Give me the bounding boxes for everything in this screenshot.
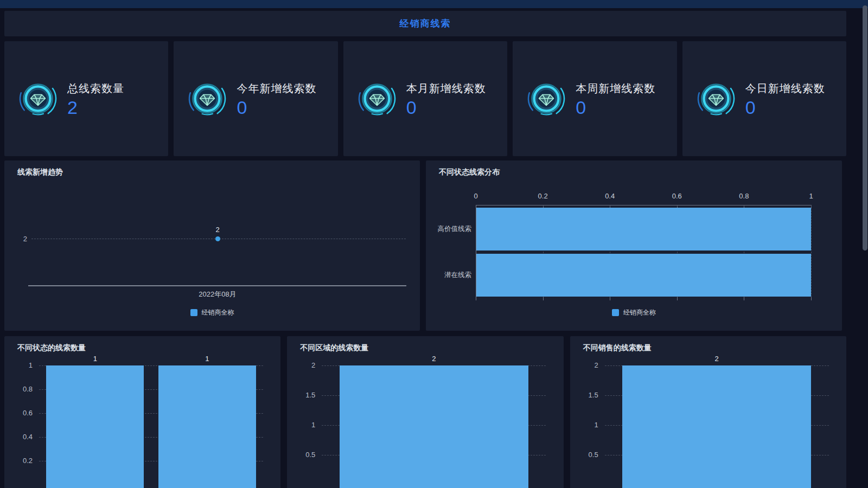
x-tick-label: 0.8 <box>727 192 760 200</box>
kpi-value: 0 <box>576 98 655 117</box>
data-point[interactable] <box>215 236 220 241</box>
y-category-label: 潜在线索 <box>426 271 471 280</box>
x-tick-label: 0.6 <box>661 192 693 200</box>
y-tick-label: 1 <box>287 421 315 429</box>
chart-legend[interactable]: 经销商全称 <box>426 308 842 317</box>
x-gridline <box>811 205 812 297</box>
x-tick-mark <box>811 297 812 300</box>
diamond-icon-svg <box>697 79 736 118</box>
bar-value-label: 2 <box>700 355 733 363</box>
kpi-card-week-new-leads: 本周新增线索数 0 <box>513 41 676 156</box>
bar-value-label: 1 <box>79 355 111 363</box>
x-tick-label: 1 <box>795 192 827 200</box>
diamond-icon-svg <box>188 79 227 118</box>
kpi-value: 2 <box>67 98 124 117</box>
kpi-label: 总线索数量 <box>67 81 124 96</box>
y-tick-label: 0.5 <box>570 451 598 459</box>
chart-canvas: 222022年08月 <box>4 160 420 331</box>
chart-status-count: 不同状态的线索数量 10.80.60.40.211 <box>4 336 280 488</box>
bar[interactable] <box>158 365 256 488</box>
y-tick-label: 2 <box>570 361 598 369</box>
kpi-label: 本月新增线索数 <box>406 81 486 96</box>
bar[interactable] <box>476 208 811 251</box>
y-tick-label: 0.5 <box>287 451 315 459</box>
kpi-card-month-new-leads: 本月新增线索数 0 <box>343 41 507 156</box>
chart-title: 线索新增趋势 <box>17 168 63 177</box>
bar[interactable] <box>476 254 811 297</box>
chart-title: 不同状态的线索数量 <box>17 343 86 353</box>
y-tick-label: 1.5 <box>570 391 598 399</box>
chart-title: 不同区域的线索数量 <box>300 343 368 353</box>
x-tick-label: 0 <box>459 192 492 200</box>
diamond-icon-svg <box>18 79 58 118</box>
chart-canvas: 21.510.52 <box>287 336 563 488</box>
y-tick-label: 1 <box>570 421 598 429</box>
kpi-label: 今日新增线索数 <box>745 81 825 96</box>
kpi-value: 0 <box>406 98 486 117</box>
y-tick-label: 0.8 <box>4 385 33 393</box>
diamond-icon <box>188 79 227 118</box>
dashboard-content: 经销商线索 总线索数量 2 今年新增线索数 0 本月新增线索数 0 <box>4 11 846 488</box>
kpi-label: 今年新增线索数 <box>237 81 316 96</box>
x-tick-mark <box>744 297 744 300</box>
kpi-card-year-new-leads: 今年新增线索数 0 <box>174 41 337 156</box>
scrollbar-thumb[interactable] <box>863 5 867 251</box>
x-tick-label: 0.4 <box>593 192 626 200</box>
diamond-icon <box>18 79 58 118</box>
y-tick-label: 2 <box>4 235 27 243</box>
legend-swatch-icon[interactable] <box>190 309 197 316</box>
diamond-icon <box>527 79 566 118</box>
y-tick-label: 1 <box>4 361 33 369</box>
y-tick-label: 0.4 <box>4 433 33 441</box>
charts-row-middle: 线索新增趋势 222022年08月 经销商全称 不同状态线索分布 00.20.4… <box>4 160 846 331</box>
kpi-card-total-leads: 总线索数量 2 <box>4 41 168 156</box>
bar[interactable] <box>622 365 811 488</box>
chart-title: 不同销售的线索数量 <box>583 343 652 353</box>
bar[interactable] <box>340 365 528 488</box>
data-point-label: 2 <box>207 226 228 234</box>
x-tick-mark <box>677 297 678 300</box>
kpi-card-today-new-leads: 今日新增线索数 0 <box>682 41 846 156</box>
chart-lead-trend: 线索新增趋势 222022年08月 经销商全称 <box>4 160 420 331</box>
chart-region-count: 不同区域的线索数量 21.510.52 <box>287 336 563 488</box>
chart-legend[interactable]: 经销商全称 <box>4 308 420 317</box>
charts-row-bottom: 不同状态的线索数量 10.80.60.40.211 不同区域的线索数量 21.5… <box>4 336 846 488</box>
kpi-value: 0 <box>237 98 316 117</box>
diamond-icon-svg <box>358 79 397 118</box>
bar[interactable] <box>46 365 144 488</box>
y-tick-label: 1.5 <box>287 391 315 399</box>
bar-value-label: 2 <box>418 355 450 363</box>
y-tick-label: 2 <box>287 361 315 369</box>
page-title: 经销商线索 <box>400 17 451 30</box>
kpi-row: 总线索数量 2 今年新增线索数 0 本月新增线索数 0 本周新增线索数 0 <box>4 41 846 156</box>
x-tick-label: 2022年08月 <box>163 290 272 299</box>
legend-label: 经销商全称 <box>623 308 656 317</box>
x-axis-line <box>28 285 406 286</box>
x-tick-label: 0.2 <box>527 192 559 200</box>
diamond-icon <box>358 79 397 118</box>
bar-value-label: 1 <box>191 355 224 363</box>
x-tick-mark <box>543 297 544 300</box>
chart-status-distribution: 不同状态线索分布 00.20.40.60.81高价值线索潜在线索 经销商全称 <box>426 160 842 331</box>
y-tick-label: 0.2 <box>4 457 33 465</box>
y-category-label: 高价值线索 <box>426 224 471 234</box>
page-header: 经销商线索 <box>4 11 846 36</box>
x-tick-mark <box>610 297 610 300</box>
chart-title: 不同状态线索分布 <box>439 168 500 177</box>
chart-sales-count: 不同销售的线索数量 21.510.52 <box>570 336 846 488</box>
x-axis-line <box>476 205 812 206</box>
diamond-icon <box>697 79 736 118</box>
kpi-value: 0 <box>745 98 825 117</box>
chart-canvas: 00.20.40.60.81高价值线索潜在线索 <box>426 160 842 331</box>
y-tick-label: 0.6 <box>4 409 33 417</box>
top-navigation-bar <box>0 0 868 8</box>
diamond-icon-svg <box>527 79 566 118</box>
chart-canvas: 10.80.60.40.211 <box>4 336 280 488</box>
chart-canvas: 21.510.52 <box>570 336 846 488</box>
kpi-label: 本周新增线索数 <box>576 81 655 96</box>
legend-label: 经销商全称 <box>202 308 234 317</box>
legend-swatch-icon[interactable] <box>612 309 619 316</box>
